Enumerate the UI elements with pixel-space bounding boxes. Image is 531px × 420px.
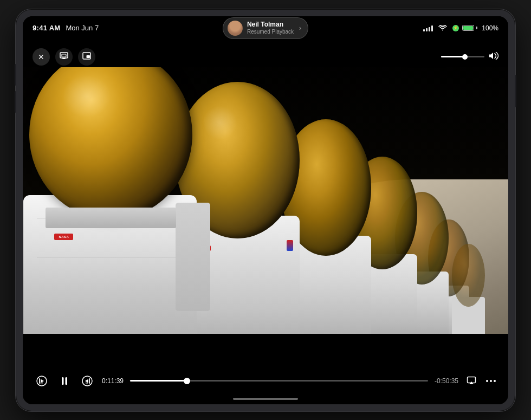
- pip-icon: [82, 52, 91, 62]
- toolbar-right: [441, 52, 498, 61]
- pause-icon: [59, 375, 70, 387]
- battery-fill: [463, 26, 473, 30]
- progress-dot: [184, 378, 190, 384]
- battery-tip: [476, 27, 477, 29]
- shareplay-status: Resumed Playback: [247, 29, 294, 35]
- battery-percentage: 100%: [482, 24, 498, 32]
- controls-row: 10 10: [23, 373, 508, 389]
- home-indicator[interactable]: [233, 398, 298, 400]
- signal-bar-2: [426, 28, 428, 31]
- skip-back-button[interactable]: 10: [34, 373, 50, 389]
- video-content: NASA: [23, 40, 508, 350]
- more-icon: [485, 379, 496, 383]
- shareplay-pill[interactable]: Neil Tolman Resumed Playback ›: [223, 17, 308, 39]
- status-date: Mon Jun 7: [66, 24, 99, 32]
- charging-icon: ⚡: [452, 25, 459, 31]
- skip-forward-icon: 10: [81, 375, 93, 387]
- volume-control[interactable]: [441, 56, 484, 57]
- volume-knob: [462, 54, 468, 60]
- shareplay-text: Neil Tolman Resumed Playback: [247, 21, 294, 35]
- skip-forward-button[interactable]: 10: [79, 373, 95, 389]
- volume-icon: [489, 52, 498, 61]
- volume-slider-fill: [441, 56, 465, 57]
- status-time: 9:41 AM: [33, 24, 60, 32]
- avatar-face: [228, 21, 243, 36]
- avatar: [228, 21, 243, 36]
- svg-point-13: [490, 380, 492, 382]
- astronaut-7: [450, 210, 489, 350]
- svg-rect-1: [62, 54, 66, 57]
- share-icon: [60, 52, 68, 62]
- svg-rect-7: [62, 377, 64, 385]
- skip-back-icon: 10: [36, 375, 48, 387]
- signal-icon: [423, 25, 433, 31]
- progress-bar[interactable]: [130, 380, 428, 382]
- wifi-icon: [438, 25, 447, 31]
- power-button[interactable]: [515, 75, 516, 107]
- pause-button[interactable]: [56, 373, 73, 389]
- svg-rect-4: [87, 55, 90, 58]
- pip-button[interactable]: [78, 48, 95, 66]
- signal-bar-1: [423, 29, 425, 31]
- shareplay-notification[interactable]: Neil Tolman Resumed Playback ›: [223, 17, 308, 39]
- battery-body: [462, 25, 474, 31]
- toolbar-left: ✕: [33, 48, 95, 66]
- airplay-icon: [467, 376, 476, 386]
- signal-bar-3: [429, 27, 430, 31]
- share-screen-button[interactable]: [55, 48, 73, 66]
- astronaut-1: NASA: [23, 40, 217, 350]
- letterbox-bottom: [23, 334, 508, 350]
- signal-bar-4: [431, 25, 433, 31]
- toolbar: ✕: [23, 46, 508, 68]
- svg-rect-2: [62, 58, 66, 59]
- status-right: ⚡ 100%: [423, 24, 498, 32]
- elapsed-time: 0:11:39: [102, 377, 124, 385]
- progress-fill: [130, 380, 186, 382]
- volume-up-button[interactable]: [15, 64, 16, 86]
- svg-text:10: 10: [86, 382, 88, 384]
- svg-point-12: [486, 380, 488, 382]
- close-icon: ✕: [38, 53, 44, 61]
- video-area: NASA: [23, 40, 508, 350]
- volume-slider-track[interactable]: [441, 56, 484, 57]
- status-left: 9:41 AM Mon Jun 7: [33, 24, 99, 32]
- svg-point-14: [494, 380, 496, 382]
- status-bar: 9:41 AM Mon Jun 7 Neil Tolman Resumed Pl…: [23, 16, 508, 40]
- ipad-screen: 9:41 AM Mon Jun 7 Neil Tolman Resumed Pl…: [23, 16, 508, 404]
- close-button[interactable]: ✕: [33, 48, 50, 66]
- shareplay-name: Neil Tolman: [247, 21, 294, 28]
- ipad-frame: 9:41 AM Mon Jun 7 Neil Tolman Resumed Pl…: [16, 10, 515, 411]
- airplay-button[interactable]: [465, 374, 478, 387]
- battery-indicator: ⚡ 100%: [452, 24, 498, 32]
- svg-text:10: 10: [40, 382, 43, 384]
- svg-rect-8: [66, 377, 68, 385]
- controls-bar: 10 10: [23, 350, 508, 404]
- chevron-right-icon: ›: [299, 24, 301, 32]
- video-frame: NASA: [23, 40, 508, 350]
- more-options-button[interactable]: [484, 374, 497, 387]
- volume-down-button[interactable]: [15, 91, 16, 113]
- remaining-time: -0:50:35: [435, 377, 458, 385]
